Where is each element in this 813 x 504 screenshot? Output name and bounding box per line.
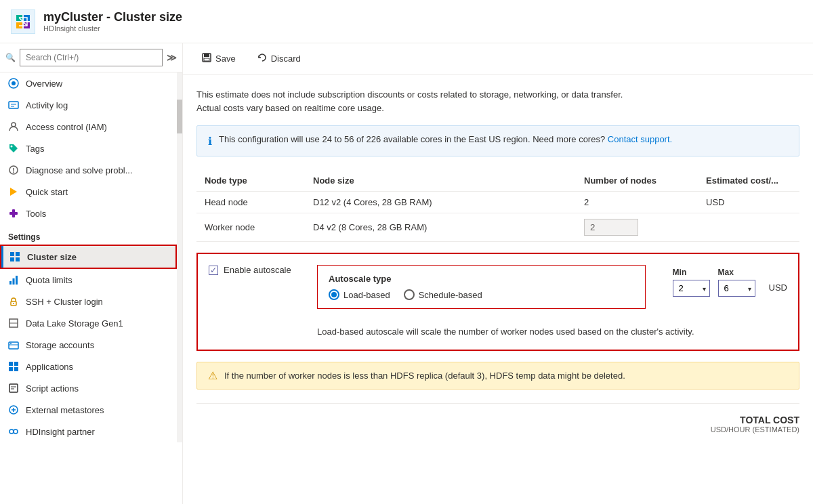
svg-rect-19	[16, 252, 20, 256]
enable-autoscale-checkbox[interactable]: ✓	[209, 266, 218, 275]
col-header-est-cost: Estimated cost/...	[698, 170, 799, 192]
svg-point-6	[12, 81, 16, 85]
svg-rect-23	[13, 278, 15, 285]
svg-rect-21	[16, 257, 20, 261]
worker-nodes-input[interactable]	[584, 219, 638, 236]
info-banner-text: This configuration will use 24 to 56 of …	[219, 134, 672, 144]
radio-load-circle	[329, 289, 339, 300]
sidebar-item-activity-log[interactable]: Activity log	[0, 94, 177, 116]
discard-button[interactable]: Discard	[252, 50, 306, 67]
sidebar-item-storage-accounts[interactable]: Storage accounts	[0, 334, 177, 356]
total-cost-label: TOTAL COST	[711, 415, 799, 425]
settings-section-label: Settings	[0, 224, 177, 245]
svg-point-11	[11, 146, 13, 148]
sidebar-scrollbar-thumb[interactable]	[177, 100, 182, 133]
max-label: Max	[718, 268, 755, 277]
warning-text: If the number of worker nodes is less th…	[224, 371, 625, 381]
app-icon	[11, 9, 35, 34]
contact-support-link[interactable]: Contact support.	[608, 134, 672, 144]
info-banner: ℹ This configuration will use 24 to 56 o…	[196, 125, 799, 156]
cluster-icon	[9, 251, 20, 262]
svg-rect-29	[9, 342, 18, 349]
sidebar-item-script-actions[interactable]: Script actions	[0, 377, 177, 399]
svg-point-26	[13, 303, 14, 304]
warning-icon: ⚠	[208, 369, 217, 382]
sidebar-item-applications[interactable]: Applications	[0, 356, 177, 377]
discard-icon	[257, 53, 267, 64]
autoscale-type-label: Autoscale type	[329, 274, 634, 284]
table-row: Head node D12 v2 (4 Cores, 28 GB RAM) 2 …	[196, 192, 799, 213]
search-icon: 🔍	[5, 53, 16, 62]
quickstart-icon	[8, 186, 19, 197]
autoscale-checkbox-area: ✓ Enable autoscale	[209, 265, 304, 275]
hdinsight-icon	[8, 426, 19, 437]
svg-rect-7	[9, 102, 18, 108]
sidebar-item-overview[interactable]: Overview	[0, 72, 177, 94]
svg-rect-44	[204, 58, 209, 61]
sidebar-item-ssh-login[interactable]: SSH + Cluster login	[0, 291, 177, 312]
save-label: Save	[215, 54, 236, 64]
save-button[interactable]: Save	[196, 50, 241, 67]
storage-icon	[8, 339, 19, 350]
sidebar-item-quota-limits[interactable]: Quota limits	[0, 269, 177, 291]
radio-schedule-circle	[404, 289, 415, 300]
sidebar-item-data-lake[interactable]: Data Lake Storage Gen1	[0, 312, 177, 334]
page-subtitle: HDInsight cluster	[43, 24, 182, 33]
radio-load-based[interactable]: Load-based	[329, 289, 390, 300]
quota-icon	[8, 274, 19, 285]
sidebar-item-label: Tools	[26, 209, 46, 219]
autoscale-usd-label: USD	[769, 282, 787, 293]
sidebar-item-external-metastores[interactable]: External metastores	[0, 399, 177, 421]
radio-schedule-based[interactable]: Schedule-based	[404, 289, 482, 300]
content-area: This estimate does not include subscript…	[183, 75, 813, 504]
sidebar-item-label: Activity log	[26, 100, 68, 110]
sidebar-item-label: HDInsight partner	[26, 427, 95, 437]
max-select[interactable]: 6 7 8	[718, 280, 755, 297]
minmax-group: Min 2 3 4	[673, 268, 755, 297]
sidebar-item-tools[interactable]: Tools	[0, 203, 177, 224]
sidebar-item-tags[interactable]: Tags	[0, 138, 177, 159]
node-size-head: D12 v2 (4 Cores, 28 GB RAM)	[305, 192, 576, 213]
sidebar-item-diagnose[interactable]: Diagnose and solve probl...	[0, 159, 177, 181]
sidebar-item-label: Storage accounts	[26, 340, 94, 350]
sidebar-item-label: Quota limits	[26, 275, 72, 285]
sidebar-item-label: External metastores	[26, 405, 104, 415]
sidebar-item-label: Applications	[26, 362, 73, 372]
page-title: myCluster - Cluster size	[43, 10, 182, 24]
col-header-num-nodes: Number of nodes	[576, 170, 698, 192]
node-table: Node type Node size Number of nodes Esti…	[196, 170, 799, 242]
warning-banner: ⚠ If the number of worker nodes is less …	[196, 362, 799, 390]
search-input[interactable]	[20, 49, 163, 66]
col-header-node-size: Node size	[305, 170, 576, 192]
svg-rect-35	[14, 367, 18, 371]
sidebar-item-label: Data Lake Storage Gen1	[26, 318, 123, 329]
svg-rect-24	[16, 276, 18, 285]
sidebar-item-quick-start[interactable]: Quick start	[0, 181, 177, 203]
sidebar-item-access-control[interactable]: Access control (IAM)	[0, 116, 177, 138]
autoscale-label: Enable autoscale	[224, 265, 291, 275]
svg-point-41	[14, 429, 18, 434]
svg-rect-22	[9, 281, 12, 285]
sidebar-scrollbar[interactable]	[177, 72, 182, 442]
radio-load-label: Load-based	[343, 290, 390, 300]
min-select[interactable]: 2 3 4	[673, 280, 710, 297]
search-area: 🔍 ≫	[0, 43, 182, 72]
main-content: Save Discard This estimate does not incl…	[183, 43, 813, 504]
est-cost-head: USD	[698, 192, 799, 213]
sidebar-item-hdinsight-partner[interactable]: HDInsight partner	[0, 421, 177, 442]
col-header-node-type: Node type	[196, 170, 305, 192]
section-divider	[196, 403, 799, 404]
sidebar-item-label: Access control (IAM)	[26, 122, 107, 132]
min-label: Min	[673, 268, 710, 277]
collapse-button[interactable]: ≫	[167, 52, 177, 63]
min-item: Min 2 3 4	[673, 268, 710, 297]
sidebar-item-label: SSH + Cluster login	[26, 297, 103, 307]
max-select-wrapper: 6 7 8	[718, 280, 755, 297]
num-nodes-worker	[576, 213, 698, 242]
total-cost: TOTAL COST USD/HOUR (ESTIMATED)	[711, 415, 799, 434]
sidebar-item-cluster-size[interactable]: Cluster size	[0, 245, 177, 269]
page-header: myCluster - Cluster size HDInsight clust…	[0, 0, 813, 43]
sidebar-item-label: Script actions	[26, 383, 79, 394]
diagnose-icon	[8, 165, 19, 175]
overview-icon	[8, 78, 19, 89]
